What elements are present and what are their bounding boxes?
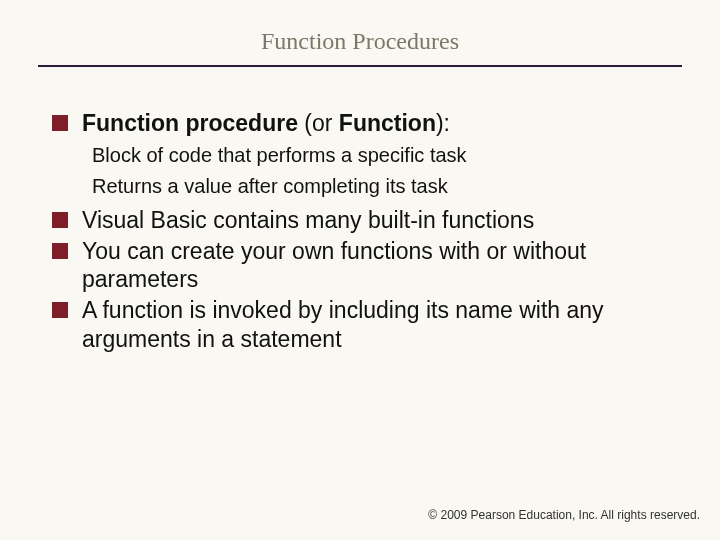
heading-end: ): — [436, 110, 450, 136]
slide-title: Function Procedures — [38, 28, 682, 65]
heading-bold-1: Function procedure — [82, 110, 298, 136]
bullet-icon — [52, 212, 68, 228]
bullet-row-1: Function procedure (or Function): — [52, 109, 682, 138]
heading-mid: (or — [298, 110, 339, 136]
point-3: A function is invoked by including its n… — [82, 296, 682, 354]
point-1: Visual Basic contains many built-in func… — [82, 206, 534, 235]
slide-body: Function procedure (or Function): Block … — [38, 109, 682, 354]
sub-point-2: Returns a value after completing its tas… — [52, 173, 682, 200]
heading-text: Function procedure (or Function): — [82, 109, 450, 138]
heading-bold-2: Function — [339, 110, 436, 136]
copyright-footer: © 2009 Pearson Education, Inc. All right… — [428, 508, 700, 522]
sub-point-1: Block of code that performs a specific t… — [52, 142, 682, 169]
bullet-icon — [52, 115, 68, 131]
bullet-row-3: You can create your own functions with o… — [52, 237, 682, 295]
point-2: You can create your own functions with o… — [82, 237, 682, 295]
bullet-row-4: A function is invoked by including its n… — [52, 296, 682, 354]
title-underline — [38, 65, 682, 67]
bullet-row-2: Visual Basic contains many built-in func… — [52, 206, 682, 235]
bullet-icon — [52, 302, 68, 318]
bullet-icon — [52, 243, 68, 259]
